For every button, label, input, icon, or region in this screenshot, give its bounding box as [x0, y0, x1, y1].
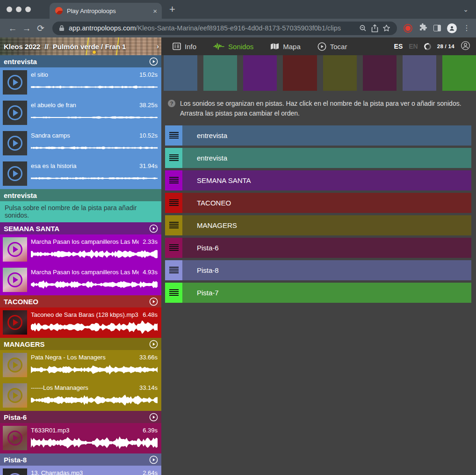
tab-tocar[interactable]: Tocar — [317, 42, 347, 51]
track-row-body[interactable]: entrevista — [182, 148, 471, 168]
clip-thumbnail[interactable] — [3, 101, 27, 125]
sidebar-track-header[interactable]: TACONEO — [0, 295, 161, 307]
profile-avatar[interactable] — [447, 23, 457, 33]
clip-item[interactable]: el sitio15.02s — [0, 67, 161, 98]
play-track-button[interactable] — [149, 297, 158, 306]
clip-item[interactable]: 13. Charradas.mp32.64s — [0, 466, 161, 475]
track-row[interactable]: entrevista — [165, 148, 471, 168]
track-row-body[interactable]: MANAGERS — [182, 215, 471, 235]
clip-item[interactable]: Marcha Pasan los campanilleros Las Mejor… — [0, 234, 161, 265]
clip-item[interactable]: esa es la historia31.94s — [0, 159, 161, 189]
play-track-icon[interactable] — [149, 297, 158, 306]
clip-play-icon[interactable] — [7, 473, 22, 475]
play-track-icon[interactable] — [149, 340, 158, 349]
track-row-body[interactable]: entrevista — [182, 125, 471, 146]
sidebar-track-header[interactable]: entrevista — [0, 189, 161, 201]
breadcrumb[interactable]: Kleos 2022 // Pulmón verde / Fran 1 › — [0, 37, 161, 55]
clip-play-icon[interactable] — [7, 75, 22, 90]
clip-thumbnail[interactable] — [3, 426, 27, 450]
clip-item[interactable]: ------Los Mananagers33.14s — [0, 380, 161, 411]
clip-waveform[interactable] — [31, 248, 158, 261]
clip-item[interactable]: Taconeo de Sara Baras (128 kbps).mp36.48… — [0, 307, 161, 338]
clip-thumbnail[interactable] — [3, 468, 27, 475]
clip-waveform[interactable] — [31, 436, 158, 449]
clip-waveform[interactable] — [31, 278, 158, 291]
track-row-body[interactable]: TACONEO — [182, 193, 471, 213]
track-row[interactable]: SEMANA SANTA — [165, 170, 471, 190]
zoom-page-icon[interactable] — [359, 24, 367, 32]
track-row[interactable]: TACONEO — [165, 193, 471, 213]
clip-waveform[interactable] — [31, 394, 158, 407]
play-track-button[interactable] — [149, 455, 158, 464]
clip-waveform[interactable] — [31, 111, 158, 124]
clip-play-icon[interactable] — [7, 105, 22, 120]
maximize-window-button[interactable] — [25, 7, 31, 12]
share-icon[interactable] — [371, 24, 378, 32]
play-track-icon[interactable] — [149, 413, 158, 422]
close-tab-icon[interactable]: × — [153, 7, 157, 15]
clip-thumbnail[interactable] — [3, 310, 27, 335]
chevron-right-icon[interactable]: › — [157, 43, 159, 50]
bookmark-star-icon[interactable] — [382, 24, 390, 32]
track-row[interactable]: Pista-7 — [165, 283, 471, 303]
sidebar-track-header[interactable]: entrevista — [0, 55, 161, 67]
track-row[interactable]: Pista-6 — [165, 238, 471, 258]
clip-play-icon[interactable] — [7, 358, 22, 373]
side-panel-icon[interactable] — [433, 25, 441, 31]
track-row[interactable]: Pista-8 — [165, 260, 471, 280]
sidebar-track-header[interactable]: Pista-8 — [0, 453, 161, 466]
track-row-body[interactable]: Pista-6 — [182, 238, 471, 258]
breadcrumb-project[interactable]: Kleos 2022 — [4, 43, 40, 51]
sidebar-track-header[interactable]: SEMANA SANTA — [0, 222, 161, 234]
play-track-icon[interactable] — [149, 57, 158, 66]
clip-waveform[interactable] — [31, 172, 158, 185]
clip-item[interactable]: el abuelo de fran38.25s — [0, 98, 161, 128]
record-indicator-icon[interactable] — [404, 24, 412, 33]
language-es-button[interactable]: ES — [394, 43, 403, 50]
track-row-body[interactable]: SEMANA SANTA — [182, 170, 471, 190]
drag-handle-icon[interactable] — [165, 193, 182, 213]
language-en-button[interactable]: EN — [409, 43, 418, 50]
clip-waveform[interactable] — [31, 141, 158, 154]
clip-play-icon[interactable] — [7, 431, 22, 446]
track-row[interactable]: MANAGERS — [165, 215, 471, 235]
clip-thumbnail[interactable] — [3, 268, 27, 292]
drag-handle-icon[interactable] — [165, 238, 182, 258]
url-bar[interactable]: app.antropoloops.com/Kleos-Santa-Marina/… — [52, 22, 397, 35]
play-track-button[interactable] — [149, 57, 158, 66]
drag-handle-icon[interactable] — [165, 170, 182, 190]
clip-waveform[interactable] — [31, 363, 158, 376]
clip-play-icon[interactable] — [7, 388, 22, 403]
play-track-button[interactable] — [149, 413, 158, 422]
minimize-window-button[interactable] — [16, 7, 22, 12]
reload-button[interactable]: ⟳ — [34, 24, 48, 33]
track-row[interactable]: entrevista — [165, 125, 471, 146]
track-row-body[interactable]: Pista-8 — [182, 260, 471, 280]
tab-info[interactable]: Info — [173, 43, 196, 51]
drag-handle-icon[interactable] — [165, 215, 182, 235]
clip-thumbnail[interactable] — [3, 161, 27, 186]
clip-play-icon[interactable] — [7, 242, 22, 257]
sidebar-track-header[interactable]: MANAGERS — [0, 338, 161, 350]
drag-handle-icon[interactable] — [165, 260, 182, 280]
drag-handle-icon[interactable] — [165, 283, 182, 303]
clip-play-icon[interactable] — [7, 166, 22, 181]
tab-sonidos[interactable]: Sonidos — [213, 43, 253, 51]
clip-thumbnail[interactable] — [3, 353, 27, 377]
sidebar-track-header[interactable]: Pista-6 — [0, 411, 161, 423]
clip-play-icon[interactable] — [7, 136, 22, 151]
clip-thumbnail[interactable] — [3, 383, 27, 408]
play-track-icon[interactable] — [149, 455, 158, 464]
clip-item[interactable]: Marcha Pasan los campanilleros Las Mejor… — [0, 265, 161, 295]
play-track-icon[interactable] — [149, 224, 158, 233]
play-track-button[interactable] — [149, 340, 158, 349]
clip-thumbnail[interactable] — [3, 131, 27, 155]
account-icon[interactable] — [461, 41, 470, 52]
tab-mapa[interactable]: Mapa — [270, 43, 301, 51]
clip-waveform[interactable] — [31, 321, 158, 334]
extensions-puzzle-icon[interactable] — [418, 23, 427, 34]
new-tab-button[interactable]: + — [169, 4, 175, 15]
clip-play-icon[interactable] — [7, 272, 22, 287]
drag-handle-icon[interactable] — [165, 148, 182, 168]
browser-menu-icon[interactable]: ⋮ — [463, 24, 470, 32]
